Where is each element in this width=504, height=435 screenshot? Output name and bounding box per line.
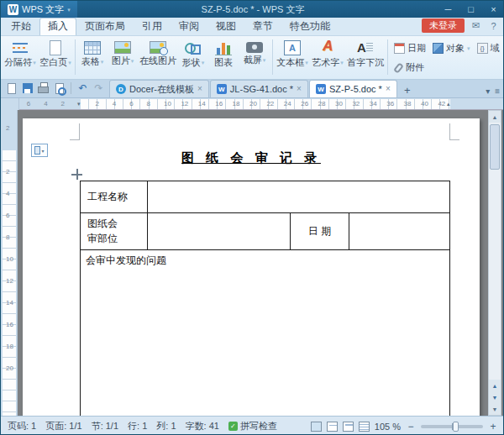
insert-date-button[interactable]: 日期	[391, 41, 428, 55]
view-outline-icon[interactable]	[359, 422, 370, 432]
next-page-button[interactable]: ▼	[489, 391, 501, 403]
print-preview-icon[interactable]	[55, 83, 64, 94]
tab-home[interactable]: 开始	[3, 18, 39, 35]
insert-textbox-button[interactable]: 文本框▾	[275, 37, 310, 79]
zoom-level[interactable]: 105 %	[375, 422, 401, 432]
ruler-number: 12	[6, 277, 13, 285]
table-move-handle[interactable]	[71, 169, 82, 180]
zoom-slider[interactable]	[421, 425, 483, 428]
spell-check-status[interactable]: ✓ 拼写检查	[228, 420, 277, 432]
redo-icon[interactable]: ↷	[92, 82, 105, 95]
blank-page-icon	[50, 40, 61, 55]
screenshot-icon	[246, 42, 263, 53]
vertical-scrollbar[interactable]: ▲ ▲ ▼ ▼	[488, 110, 501, 416]
project-name-label[interactable]: 工程名称	[81, 181, 148, 213]
undo-icon[interactable]: ↶	[76, 82, 89, 95]
insert-wordart-button[interactable]: 艺术字▾	[310, 37, 345, 79]
scrollbar-thumb[interactable]	[490, 124, 500, 170]
tab-list-icon[interactable]: ▾	[486, 86, 490, 96]
ruler-number: 4	[113, 100, 116, 107]
insert-object-button[interactable]: 对象 ▾	[430, 41, 473, 55]
document-heading[interactable]: 图 纸 会 审 记 录	[23, 150, 480, 166]
scroll-down-icon[interactable]: ▼	[489, 403, 501, 415]
tab-page-layout[interactable]: 页面布局	[76, 18, 134, 35]
insert-table-button[interactable]: 表格▾	[77, 37, 108, 79]
ruler-number: 2	[95, 100, 98, 107]
close-tab-icon[interactable]: ×	[386, 85, 391, 93]
ribbon-separator	[387, 39, 388, 75]
tab-special-features[interactable]: 特色功能	[281, 18, 339, 35]
wps-menu-button[interactable]: W WPS 文字 ▾	[1, 1, 77, 18]
doc-tab-sz-p-5[interactable]: W SZ-P-5.doc * ×	[309, 80, 397, 97]
view-page-layout-icon[interactable]	[311, 422, 322, 432]
project-name-cell[interactable]	[148, 181, 450, 213]
insert-break-button[interactable]: 分隔符▾	[3, 37, 38, 79]
ruler-number: 42	[438, 100, 445, 107]
status-page-number: 页码: 1	[8, 420, 36, 432]
maximize-button[interactable]: □	[459, 1, 482, 18]
zoom-out-button[interactable]: −	[406, 421, 416, 432]
ruler-number: 2	[61, 100, 65, 107]
view-web-layout-icon[interactable]	[343, 422, 354, 432]
doc-tab-docer[interactable]: D Docer-在线模板 ×	[109, 80, 209, 97]
ruler-number: 32	[352, 100, 360, 107]
close-button[interactable]: ×	[482, 1, 504, 18]
ruler-number: 34	[370, 100, 377, 107]
tab-view[interactable]: 视图	[207, 18, 244, 35]
ruler-number: 16	[6, 321, 13, 328]
tab-insert[interactable]: 插入	[39, 18, 76, 35]
date-cell[interactable]	[349, 213, 450, 250]
status-bar: 页码: 1 页面: 1/1 节: 1/1 行: 1 列: 1 字数: 41 ✓ …	[1, 416, 504, 435]
print-icon[interactable]	[38, 86, 49, 93]
chart-icon	[215, 40, 232, 55]
login-button[interactable]: 未登录	[422, 18, 465, 33]
tab-review[interactable]: 审阅	[171, 18, 207, 35]
review-part-cell[interactable]	[148, 213, 291, 250]
date-label[interactable]: 日 期	[291, 213, 349, 250]
help-icon[interactable]: ?	[487, 21, 500, 31]
insert-dropcap-button[interactable]: 首字下沉	[345, 37, 386, 79]
close-tab-icon[interactable]: ×	[197, 85, 202, 93]
insert-field-button[interactable]: {} 域	[475, 41, 502, 55]
zoom-slider-thumb[interactable]	[453, 422, 459, 432]
insert-online-picture-button[interactable]: 在线图片	[138, 37, 178, 79]
margin-crop-mark	[449, 123, 459, 140]
field-icon: {}	[477, 43, 488, 54]
ribbon-separator	[272, 39, 273, 75]
insert-blank-page-button[interactable]: 空白页▾	[38, 37, 73, 79]
message-icon[interactable]: ✉	[470, 20, 482, 31]
new-document-icon[interactable]	[8, 83, 16, 94]
left-indent-marker[interactable]: ▾	[77, 101, 81, 107]
insert-chart-button[interactable]: 图表	[208, 37, 239, 79]
ruler-number: 2	[6, 124, 9, 132]
shapes-icon	[185, 40, 202, 55]
new-tab-button[interactable]: +	[400, 82, 415, 97]
tab-section[interactable]: 章节	[244, 18, 281, 35]
insert-attachment-button[interactable]: 附件	[391, 60, 427, 75]
right-indent-marker[interactable]: ▴	[447, 101, 450, 107]
horizontal-ruler[interactable]: 6422468101214161820222426283032343638404…	[1, 98, 504, 110]
zoom-in-button[interactable]: +	[488, 421, 498, 432]
doc-tab-jl-sg-41[interactable]: W JL-SG-41.doc * ×	[210, 80, 308, 97]
ruler-number: 6	[129, 100, 133, 107]
scroll-up-icon[interactable]: ▲	[489, 111, 501, 123]
insert-shapes-button[interactable]: 形状▾	[178, 37, 208, 79]
vertical-ruler[interactable]: 22468101214161820	[1, 110, 18, 416]
document-area: 22468101214161820 ▾ 图 纸 会 审 记 录 工程名称 图纸会…	[1, 110, 504, 416]
close-tab-icon[interactable]: ×	[297, 85, 302, 93]
status-word-count[interactable]: 字数: 41	[186, 420, 219, 432]
minimize-button[interactable]: ─	[437, 1, 459, 18]
previous-page-button[interactable]: ▲	[489, 380, 501, 391]
review-part-label[interactable]: 图纸会 审部位	[81, 213, 148, 250]
insert-picture-button[interactable]: 图片▾	[108, 37, 138, 79]
tab-references[interactable]: 引用	[134, 18, 171, 35]
title-bar: W WPS 文字 ▾ SZ-P-5.doc * - WPS 文字 ─ □ ×	[1, 1, 504, 18]
insert-screenshot-button[interactable]: 截屏▾	[239, 37, 270, 79]
document-page[interactable]: ▾ 图 纸 会 审 记 录 工程名称 图纸会 审部位 日 期	[23, 118, 480, 416]
view-fullscreen-icon[interactable]	[327, 422, 338, 432]
app-name: WPS 文字	[22, 3, 64, 16]
save-icon[interactable]	[23, 83, 33, 93]
ruler-number: 12	[181, 100, 188, 107]
issues-cell[interactable]: 会审中发现的问题	[81, 250, 450, 417]
tab-menu-icon[interactable]: ≡	[495, 86, 500, 96]
